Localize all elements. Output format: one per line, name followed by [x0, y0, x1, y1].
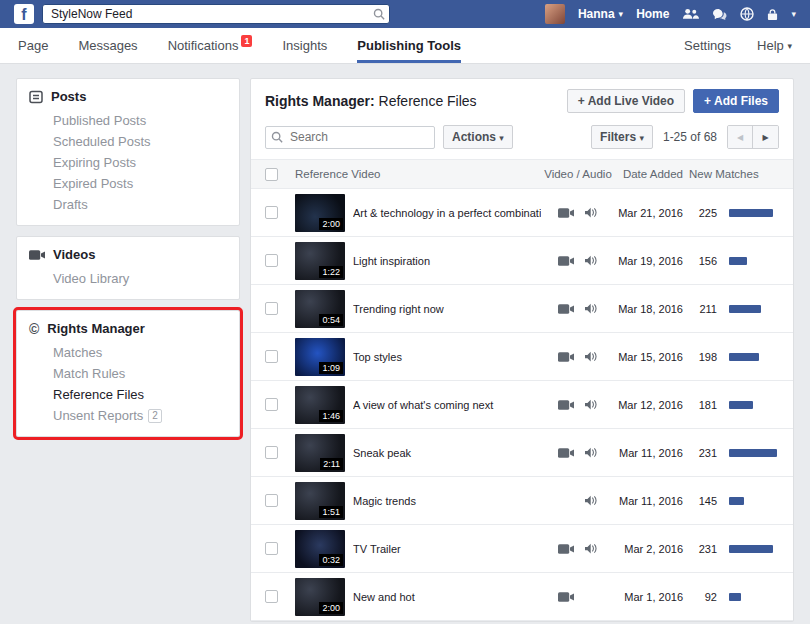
table-row[interactable]: 2:11 Sneak peak Mar 11, 2016 231 — [251, 429, 793, 477]
video-camera-icon — [558, 256, 574, 266]
sidebar-item-unsent-reports[interactable]: Unsent Reports 2 — [53, 405, 227, 426]
row-checkbox[interactable] — [265, 350, 278, 363]
pagination-range: 1-25 of 68 — [663, 130, 717, 144]
video-thumbnail[interactable]: 2:00 — [295, 194, 345, 232]
help-menu[interactable]: Help ▾ — [757, 38, 792, 53]
date-added: Mar 2, 2016 — [615, 543, 687, 555]
add-live-video-button[interactable]: + Add Live Video — [567, 89, 685, 113]
prev-page-button[interactable]: ◀ — [728, 126, 753, 148]
table-row[interactable]: 1:09 Top styles Mar 15, 2016 198 — [251, 333, 793, 381]
video-thumbnail[interactable]: 1:22 — [295, 242, 345, 280]
video-camera-icon — [558, 400, 574, 410]
new-matches-bar — [729, 305, 761, 313]
new-matches-bar-cell — [721, 300, 779, 318]
video-title[interactable]: Trending right now — [353, 303, 541, 315]
video-title[interactable]: Top styles — [353, 351, 541, 363]
video-title[interactable]: Art & technology in a perfect combinatio… — [353, 207, 541, 219]
account-menu-caret-icon[interactable]: ▾ — [791, 9, 796, 19]
search-icon[interactable] — [373, 8, 385, 20]
sidebar-item-rights-manager[interactable]: © Rights Manager — [29, 321, 227, 336]
facebook-logo[interactable]: f — [14, 4, 34, 24]
table-row[interactable]: 2:00 Art & technology in a perfect combi… — [251, 189, 793, 237]
table-row[interactable]: 1:22 Light inspiration Mar 19, 2016 156 — [251, 237, 793, 285]
search-icon — [271, 131, 283, 143]
row-checkbox[interactable] — [265, 590, 278, 603]
video-title[interactable]: New and hot — [353, 591, 541, 603]
video-thumbnail[interactable]: 1:09 — [295, 338, 345, 376]
table-row[interactable]: 1:46 A view of what's coming next Mar 12… — [251, 381, 793, 429]
profile-link[interactable]: Hanna ▾ — [578, 7, 623, 21]
table-row[interactable]: 2:00 New and hot Mar 1, 2016 92 — [251, 573, 793, 621]
row-checkbox[interactable] — [265, 542, 278, 555]
new-matches-bar — [729, 449, 777, 457]
sidebar-item-expiring-posts[interactable]: Expiring Posts — [53, 152, 227, 173]
video-title[interactable]: Light inspiration — [353, 255, 541, 267]
sidebar-item-expired-posts[interactable]: Expired Posts — [53, 173, 227, 194]
video-title[interactable]: Sneak peak — [353, 447, 541, 459]
notifications-globe-icon[interactable] — [740, 7, 754, 21]
row-checkbox[interactable] — [265, 206, 278, 219]
new-matches-bar-cell — [721, 444, 779, 462]
row-checkbox[interactable] — [265, 398, 278, 411]
media-type-cell — [541, 447, 615, 458]
date-added: Mar 11, 2016 — [615, 495, 687, 507]
table-search-input[interactable] — [265, 126, 435, 149]
media-type-cell — [541, 351, 615, 362]
video-thumbnail[interactable]: 1:46 — [295, 386, 345, 424]
add-files-button[interactable]: + Add Files — [693, 89, 779, 113]
video-title[interactable]: Magic trends — [353, 495, 541, 507]
table-row[interactable]: 1:51 Magic trends Mar 11, 2016 145 — [251, 477, 793, 525]
tab-notifications[interactable]: Notifications 1 — [168, 28, 253, 63]
tab-messages[interactable]: Messages — [78, 28, 137, 63]
video-duration: 0:54 — [319, 314, 343, 326]
global-search-input[interactable] — [42, 4, 390, 24]
new-matches-bar-cell — [721, 540, 779, 558]
actions-button[interactable]: Actions ▾ — [443, 125, 513, 149]
tab-page[interactable]: Page — [18, 28, 48, 63]
sidebar-item-videos[interactable]: Videos — [29, 247, 227, 262]
table-row[interactable]: 0:54 Trending right now Mar 18, 2016 211 — [251, 285, 793, 333]
user-avatar[interactable] — [545, 4, 565, 24]
sidebar-item-drafts[interactable]: Drafts — [53, 194, 227, 215]
new-matches-bar — [729, 209, 773, 217]
row-checkbox[interactable] — [265, 494, 278, 507]
pager: ◀ ▶ — [727, 125, 779, 149]
sidebar-item-reference-files[interactable]: Reference Files — [53, 384, 227, 405]
video-title[interactable]: A view of what's coming next — [353, 399, 541, 411]
video-title[interactable]: TV Trailer — [353, 543, 541, 555]
video-duration: 1:09 — [319, 362, 343, 374]
home-link[interactable]: Home — [636, 7, 669, 21]
settings-link[interactable]: Settings — [684, 38, 731, 53]
sidebar-item-scheduled-posts[interactable]: Scheduled Posts — [53, 131, 227, 152]
media-type-cell — [541, 255, 615, 266]
sidebar-item-matches[interactable]: Matches — [53, 342, 227, 363]
new-matches-bar-cell — [721, 492, 779, 510]
privacy-lock-icon[interactable] — [767, 8, 778, 21]
tab-publishing-tools[interactable]: Publishing Tools — [357, 28, 461, 63]
video-thumbnail[interactable]: 0:54 — [295, 290, 345, 328]
row-checkbox[interactable] — [265, 446, 278, 459]
video-thumbnail[interactable]: 0:32 — [295, 530, 345, 568]
sidebar-item-published-posts[interactable]: Published Posts — [53, 110, 227, 131]
new-matches-bar — [729, 497, 744, 505]
video-thumbnail[interactable]: 1:51 — [295, 482, 345, 520]
videos-card-title: Videos — [53, 247, 95, 262]
row-checkbox[interactable] — [265, 254, 278, 267]
table-row[interactable]: 0:32 TV Trailer Mar 2, 2016 231 — [251, 525, 793, 573]
tab-insights[interactable]: Insights — [282, 28, 327, 63]
sidebar-item-match-rules[interactable]: Match Rules — [53, 363, 227, 384]
friend-requests-icon[interactable] — [682, 8, 699, 20]
posts-card: Posts Published Posts Scheduled Posts Ex… — [16, 78, 240, 226]
video-camera-icon — [558, 352, 574, 362]
new-matches-count: 92 — [687, 591, 721, 603]
row-checkbox[interactable] — [265, 302, 278, 315]
select-all-checkbox[interactable] — [265, 168, 278, 181]
video-thumbnail[interactable]: 2:11 — [295, 434, 345, 472]
video-thumbnail[interactable]: 2:00 — [295, 578, 345, 616]
new-matches-bar — [729, 545, 773, 553]
sidebar-item-video-library[interactable]: Video Library — [53, 268, 227, 289]
filters-button[interactable]: Filters ▾ — [591, 125, 653, 149]
next-page-button[interactable]: ▶ — [753, 126, 778, 148]
messenger-icon[interactable] — [712, 8, 727, 21]
sidebar-item-posts[interactable]: Posts — [29, 89, 227, 104]
